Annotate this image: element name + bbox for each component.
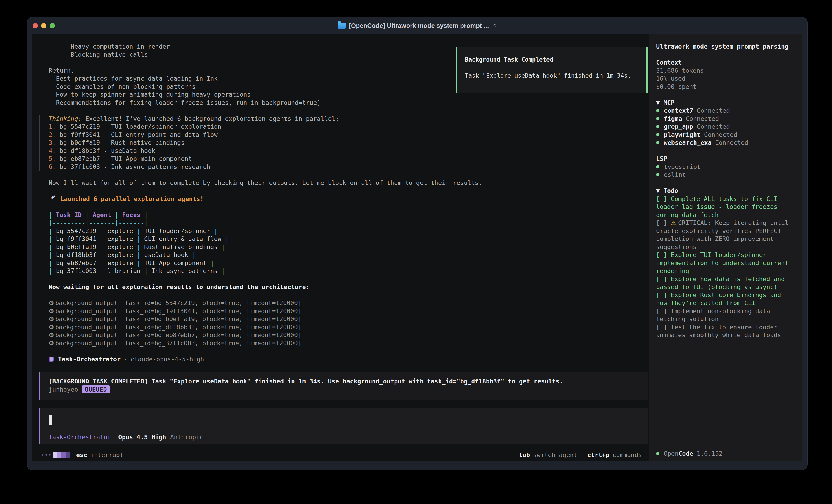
todo-checkbox: [ ] [656, 291, 671, 299]
agent-list: 1. bg_5547c219 - TUI loader/spinner expl… [49, 122, 649, 171]
tab-key-desc: switch agent [533, 451, 577, 458]
ctrlp-key-hint: ctrl+p [587, 451, 609, 458]
status-bar: esc interrupt tab switch agent ctrl+p co… [32, 449, 649, 461]
tool-call-list: ⚙background_output [task_id=bg_5547c219,… [49, 299, 649, 347]
mcp-item: websearch_exaConnected [656, 139, 795, 147]
collapse-triangle-icon[interactable]: ▼ [656, 99, 664, 106]
context-stat: $0.00 spent [656, 83, 795, 91]
warning-icon: ⚠ [671, 219, 678, 226]
launch-banner-text: Launched 6 parallel exploration agents! [60, 195, 204, 203]
mcp-status: Connected [697, 122, 730, 131]
todo-text: Implement non-blocking data fetching sol… [656, 308, 770, 323]
table-row: | bg_5547c219 | explore | TUI loader/spi… [49, 227, 649, 235]
status-dot-icon [656, 125, 659, 128]
notification-body: Task "Explore useData hook" finished in … [465, 72, 646, 80]
lsp-list: typescripteslint [656, 163, 795, 179]
background-completed-message: [BACKGROUND TASK COMPLETED] Task "Explor… [39, 372, 648, 400]
mcp-item: grep_appConnected [656, 122, 795, 131]
table-row: | bg_37f1c003 | librarian | Ink async pa… [49, 267, 649, 275]
todo-text: Complete ALL tasks to fix CLI loader lag… [656, 195, 777, 218]
tool-call-line: ⚙background_output [task_id=bg_5547c219,… [49, 299, 649, 307]
model-name[interactable]: Opus 4.5 High [118, 433, 166, 441]
version-number: 1.0.152 [697, 450, 723, 457]
tool-call-line: ⚙background_output [task_id=bg_eb87ebb7,… [49, 331, 649, 339]
rocket-icon [49, 194, 57, 204]
agent-list-item: 2. bg_f9ff3041 - CLI entry point and dat… [49, 131, 649, 139]
text-cursor [49, 415, 52, 425]
provider-name: Anthropic [170, 433, 203, 441]
status-dot-icon [656, 165, 659, 168]
close-button[interactable] [32, 23, 38, 28]
ctrlp-key-desc: commands [613, 451, 642, 458]
todo-item: [ ] Complete ALL tasks to fix CLI loader… [656, 195, 795, 219]
todo-checkbox: [ ] [656, 308, 671, 314]
todo-checkbox: [ ] [656, 219, 671, 226]
completed-message-meta: junhoyeo QUEUED [49, 386, 648, 394]
background-task-notification: Background Task Completed Task "Explore … [456, 47, 648, 93]
table-separator-row: |---------|-------|-------| [49, 219, 649, 227]
agent-table: | Task ID | Agent | Focus ||---------|--… [49, 211, 649, 275]
waiting-heading: Now waiting for all exploration results … [49, 283, 649, 291]
lsp-name: typescript [664, 163, 701, 171]
minimize-button[interactable] [41, 23, 46, 28]
todo-text: Test the fix to ensure loader animates s… [656, 324, 781, 339]
todo-checkbox: [ ] [656, 195, 671, 202]
version-footer: Open Code 1.0.152 [656, 450, 723, 457]
brand-open: Open [664, 450, 678, 457]
desktop: { "window": { "title": "[OpenCode] Ultra… [0, 0, 832, 504]
status-dot-icon [656, 173, 659, 176]
todo-item: [ ] Test the fix to ensure loader animat… [656, 323, 795, 339]
orchestrator-line: Task-Orchestrator · claude-opus-4-5-high [49, 355, 649, 363]
lsp-heading: LSP [656, 155, 795, 163]
agent-name[interactable]: Task-Orchestrator [49, 433, 111, 441]
mcp-section-header[interactable]: ▼ MCP [656, 99, 795, 107]
window-title: [OpenCode] Ultrawork mode system prompt … [338, 22, 497, 29]
status-dot-icon [656, 117, 659, 120]
transcript[interactable]: - Heavy computation in render - Blocking… [32, 34, 649, 449]
collapse-triangle-icon[interactable]: ▼ [656, 187, 664, 194]
tool-call-text: background_output [task_id=bg_b0effa19, … [55, 315, 302, 323]
todo-text: Explore how data is fetched and passed t… [656, 276, 785, 290]
mcp-status: Connected [704, 131, 737, 139]
status-dot-icon [656, 452, 659, 455]
brand-code: Code [678, 450, 693, 457]
table-row: | bg_eb87ebb7 | explore | TUI App compon… [49, 259, 649, 267]
tool-call-line: ⚙background_output [task_id=bg_f9ff3041,… [49, 307, 649, 315]
sidebar-title: Ultrawork mode system prompt parsing [656, 43, 795, 51]
tab-key-hint: tab [519, 451, 530, 458]
tool-call-line: ⚙background_output [task_id=bg_b0effa19,… [49, 315, 649, 323]
thinking-block: Thinking: Excellent! I've launched 6 bac… [39, 115, 649, 171]
todo-checkbox: [ ] [656, 324, 671, 331]
zoom-button[interactable] [50, 23, 55, 28]
queued-badge: QUEUED [82, 386, 110, 394]
tool-call-text: background_output [task_id=bg_f9ff3041, … [55, 308, 302, 314]
spinner-icon [42, 452, 70, 458]
thinking-text: Excellent! I've launched 6 background ex… [82, 115, 339, 122]
mcp-item: context7Connected [656, 107, 795, 115]
mcp-name: figma [664, 115, 682, 123]
todo-section-header[interactable]: ▼ Todo [656, 187, 795, 195]
context-stat: 31,686 tokens [656, 66, 795, 75]
tool-call-line: ⚙background_output [task_id=bg_df18bb3f,… [49, 323, 649, 331]
agent-list-item: 4. bg_df18bb3f - useData hook [49, 147, 649, 155]
table-row: | bg_b0effa19 | explore | Rust native bi… [49, 243, 649, 251]
thinking-label: Thinking: [49, 115, 82, 122]
todo-heading: Todo [664, 187, 678, 194]
mcp-name: grep_app [664, 122, 693, 131]
thinking-line: Thinking: Excellent! I've launched 6 bac… [49, 115, 649, 123]
status-dot-icon [656, 109, 659, 112]
tool-call-text: background_output [task_id=bg_5547c219, … [55, 300, 302, 306]
table-row: | bg_f9ff3041 | explore | CLI entry & da… [49, 235, 649, 243]
prompt-input[interactable]: Task-Orchestrator Opus 4.5 High Anthropi… [39, 408, 648, 444]
username: junhoyeo [49, 386, 78, 394]
notification-title: Background Task Completed [465, 56, 646, 64]
context-stats: 31,686 tokens16% used$0.00 spent [656, 66, 795, 91]
terminal-main-pane[interactable]: - Heavy computation in render - Blocking… [32, 34, 649, 461]
context-stat: 16% used [656, 75, 795, 83]
orchestrator-name: Task-Orchestrator [58, 355, 121, 363]
gear-icon: ⚙ [49, 308, 54, 314]
mcp-status: Connected [715, 139, 748, 147]
esc-key-hint: esc [76, 451, 87, 458]
titlebar[interactable]: [OpenCode] Ultrawork mode system prompt … [27, 18, 807, 34]
input-agent-line: Task-Orchestrator Opus 4.5 High Anthropi… [49, 433, 648, 441]
